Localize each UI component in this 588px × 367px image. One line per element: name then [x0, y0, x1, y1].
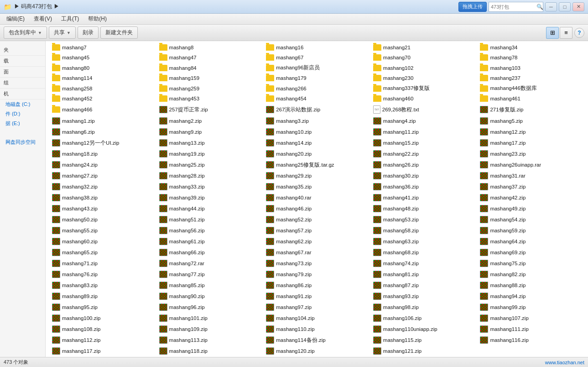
list-item[interactable]: mashang66.zip	[156, 247, 264, 257]
list-item[interactable]: 267演示站数据.zip	[263, 104, 370, 115]
list-item[interactable]: mashang22.zip	[370, 149, 478, 159]
file-area[interactable]: mashang7mashang8mashang16mashang21mashan…	[46, 41, 588, 357]
list-item[interactable]: mashang4.zip	[370, 116, 478, 126]
list-item[interactable]: mashang25修复版.tar.gz	[263, 160, 370, 170]
list-item[interactable]: mashang21	[370, 43, 478, 52]
sidebar-item-d-drive[interactable]: 件 (D:)	[0, 109, 45, 119]
list-item[interactable]: mashang230	[370, 73, 478, 83]
list-item[interactable]: mashang108.zip	[49, 324, 156, 334]
list-item[interactable]: mashang7	[49, 43, 156, 52]
list-item[interactable]: mashang57.zip	[263, 225, 370, 236]
sidebar-item-group[interactable]: 组	[0, 78, 45, 89]
list-item[interactable]: mashang89.zip	[49, 291, 156, 301]
list-item[interactable]: mashang107.zip	[477, 313, 584, 323]
list-item[interactable]: mashang26.zip	[370, 160, 478, 170]
list-item[interactable]: mashang76.zip	[49, 269, 156, 279]
list-item[interactable]: mashang63.zip	[370, 236, 478, 246]
list-item[interactable]: mashang446数据库	[477, 84, 584, 93]
list-item[interactable]: mashang9.zip	[156, 127, 264, 137]
list-item[interactable]: mashang97.zip	[263, 302, 370, 312]
list-item[interactable]: mashang102	[370, 63, 478, 73]
list-item[interactable]: mashang79.zip	[263, 269, 370, 279]
list-item[interactable]: mashang37.zip	[477, 182, 584, 192]
list-item[interactable]: mashang80	[49, 63, 156, 73]
list-item[interactable]: mashang58.zip	[370, 225, 478, 236]
list-item[interactable]: mashang69.zip	[477, 247, 584, 257]
menu-view[interactable]: 查看(V)	[29, 14, 57, 24]
list-item[interactable]: mashang51.zip	[156, 215, 264, 225]
search-input[interactable]	[491, 4, 536, 10]
list-item[interactable]: mashang81.zip	[370, 269, 478, 279]
list-item[interactable]: mashang87.zip	[370, 280, 478, 290]
list-item[interactable]: mashang114备份.zip	[263, 335, 370, 345]
list-item[interactable]: mashang34	[477, 43, 584, 52]
search-icon[interactable]: 🔍	[536, 4, 543, 10]
list-item[interactable]: mashang266	[263, 84, 370, 93]
maximize-button[interactable]: □	[559, 2, 571, 11]
list-item[interactable]: mashang6.zip	[49, 127, 156, 137]
share-button[interactable]: 共享 ▼	[49, 26, 76, 39]
list-item[interactable]: mashang98.zip	[370, 302, 478, 312]
list-item[interactable]: mashang116.zip	[477, 335, 584, 345]
list-item[interactable]: mashang259	[156, 84, 264, 93]
sidebar-item-computer[interactable]: 机	[0, 89, 45, 100]
list-item[interactable]: TXT269,268教程.txt	[370, 104, 478, 115]
list-item[interactable]: mashang44.zip	[156, 204, 264, 214]
list-item[interactable]: mashang78	[477, 53, 584, 62]
menu-help[interactable]: 帮助(H)	[83, 14, 111, 24]
list-item[interactable]: mashang62.zip	[263, 236, 370, 246]
list-item[interactable]: mashang32.zip	[49, 182, 156, 192]
list-item[interactable]: mashang59.zip	[477, 225, 584, 236]
list-item[interactable]: mashang24.zip	[49, 160, 156, 170]
list-item[interactable]: mashang54.zip	[477, 215, 584, 225]
list-item[interactable]: mashang36.zip	[370, 182, 478, 192]
list-item[interactable]: mashang68.zip	[370, 247, 478, 257]
list-item[interactable]: mashang2.zip	[156, 116, 264, 126]
list-item[interactable]: mashang14.zip	[263, 138, 370, 148]
list-item[interactable]: mashang77.zip	[156, 269, 264, 279]
list-item[interactable]: mashang461	[477, 94, 584, 103]
list-item[interactable]: mashang17.zip	[477, 138, 584, 148]
list-item[interactable]: mashang8	[156, 43, 264, 52]
list-item[interactable]: mashang179	[263, 73, 370, 83]
list-item[interactable]: mashang452	[49, 94, 156, 103]
sidebar-item-c-drive[interactable]: 地磁盘 (C:)	[0, 100, 45, 109]
list-item[interactable]: mashang85.zip	[156, 280, 264, 290]
list-item[interactable]: mashang64.zip	[477, 236, 584, 246]
list-item[interactable]: mashang60.zip	[49, 236, 156, 246]
list-item[interactable]: mashang23.zip	[477, 149, 584, 159]
list-item[interactable]: mashang118.zip	[156, 346, 264, 356]
list-item[interactable]: mashang28.zip	[156, 171, 264, 181]
list-item[interactable]: mashang45	[49, 53, 156, 62]
list-item[interactable]: mashang1.zip	[49, 116, 156, 126]
list-item[interactable]: mashang74.zip	[370, 258, 478, 268]
list-item[interactable]: 271修复版.zip	[477, 104, 584, 115]
list-item[interactable]: mashang43.zip	[49, 204, 156, 214]
close-button[interactable]: ✕	[572, 2, 584, 11]
list-item[interactable]: mashang73.zip	[263, 258, 370, 268]
list-item[interactable]: mashang111.zip	[477, 324, 584, 334]
list-item[interactable]: mashang61.zip	[156, 236, 264, 246]
list-item[interactable]: mashang100.zip	[49, 313, 156, 323]
list-item[interactable]: mashang41.zip	[370, 193, 478, 203]
list-item[interactable]: mashang109.zip	[156, 324, 264, 334]
sidebar-item-cloud[interactable]: 网盘同步空间	[0, 137, 45, 147]
list-item[interactable]: mashang454	[263, 94, 370, 103]
search-box[interactable]: 🔍	[489, 2, 543, 12]
sidebar-item-desktop[interactable]: 面	[0, 67, 45, 78]
list-item[interactable]: mashang95.zip	[49, 302, 156, 312]
list-item[interactable]: mashang19.zip	[156, 149, 264, 159]
list-item[interactable]: mashang159	[156, 73, 264, 83]
list-item[interactable]: mashang16	[263, 43, 370, 52]
list-item[interactable]: mashang12另一个UI.zip	[49, 138, 156, 148]
list-item[interactable]: mashang40.rar	[263, 193, 370, 203]
list-item[interactable]: mashang46.zip	[263, 204, 370, 214]
list-item[interactable]: mashang112.zip	[49, 335, 156, 345]
list-item[interactable]: mashang38.zip	[49, 193, 156, 203]
list-item[interactable]: mashang460	[370, 94, 478, 103]
new-folder-button[interactable]: 新建文件夹	[100, 26, 138, 39]
list-item[interactable]: mashang42.zip	[477, 193, 584, 203]
list-item[interactable]: mashang99.zip	[477, 302, 584, 312]
list-item[interactable]: mashang26uinapp.rar	[477, 160, 584, 170]
list-item[interactable]: mashang82.zip	[477, 269, 584, 279]
